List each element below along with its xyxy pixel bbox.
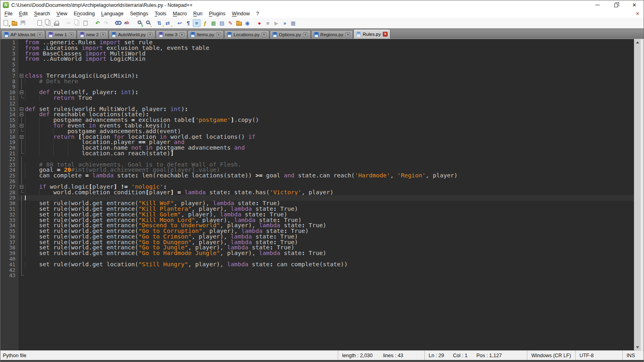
macro-play-button[interactable]: ▶ [272,19,280,27]
fold-margin[interactable] [19,134,25,140]
indent-guide-button[interactable]: ≡ [193,19,200,27]
zoom-in-button[interactable]: + [135,19,142,27]
code-line[interactable]: 7class TerrariaLogic(LogicMixin): [0,73,634,79]
code-text[interactable]: def rule(self, player: int): [25,90,634,95]
fold-collapse-icon[interactable] [20,113,23,116]
fold-margin[interactable] [19,112,25,117]
cut-button[interactable]: ✂ [65,19,72,27]
tab-close-icon[interactable]: ✕ [345,32,350,37]
code-line[interactable]: 41 set_rule(world.get_location("Still Hu… [0,262,634,267]
tab-ap-ideas-txt[interactable]: AP Ideas.txt✕ [1,30,45,39]
code-text[interactable] [25,195,634,201]
code-line[interactable]: 37 set_rule(world.get_entrance("Go to Du… [0,240,634,245]
code-line[interactable]: 10 def rule(self, player: int): [0,90,634,95]
code-text[interactable]: return True [25,95,634,101]
save-button[interactable] [19,19,27,27]
macro-stop-button[interactable]: ■ [264,19,272,27]
show-all-characters-button[interactable]: ¶ [184,19,192,27]
fold-collapse-icon[interactable] [20,135,23,139]
code-line[interactable]: 18 return [location for location in worl… [0,134,634,140]
code-line[interactable]: 32 set_rule(world.get_entrance("Kill Gol… [0,212,634,218]
redo-button[interactable]: ↷ [102,19,110,27]
code-text[interactable]: location.player == player and [25,140,634,145]
tab-close-icon[interactable]: ✕ [101,32,105,37]
fold-margin[interactable] [19,184,25,190]
menu-item-view[interactable]: View [53,10,70,17]
code-text[interactable] [25,267,634,273]
code-line[interactable]: 21 location.can_reach(state)] [0,151,634,156]
macro-record-button[interactable]: ● [256,19,263,27]
code-text[interactable] [25,273,634,278]
restore-button[interactable] [607,0,625,10]
code-text[interactable] [25,156,634,162]
menu-item-macro[interactable]: Macro [169,10,190,17]
undo-button[interactable]: ↶ [94,19,101,27]
tab-close-icon[interactable]: ✕ [216,32,221,37]
code-text[interactable]: set_rule(world.get_entrance("Kill Golem"… [25,212,634,218]
print-button[interactable] [53,19,60,27]
scrollbar-track[interactable] [634,45,641,344]
editor[interactable]: 1from ..generic.Rules import set_rule2fr… [0,39,634,350]
code-text[interactable] [25,256,634,262]
code-line[interactable]: 40 [0,256,634,262]
code-text[interactable] [25,179,634,184]
code-line[interactable]: 27 if world.logic[player] != 'nologic': [0,184,634,190]
fold-collapse-icon[interactable] [20,185,23,189]
code-text[interactable]: location.name not in postgame_advancemen… [25,145,634,151]
code-line[interactable]: 26 [0,179,634,184]
code-text[interactable]: from BaseClasses import MultiWorld [25,51,634,57]
code-text[interactable]: if world.logic[player] != 'nologic': [25,184,634,190]
code-text[interactable]: postgame_advancements.add(event) [25,129,634,134]
menubar-close-document-icon[interactable]: ✕ [632,11,644,16]
word-wrap-button[interactable]: ↩ [176,19,184,27]
tab-items-py[interactable]: Items.py✕ [188,30,224,39]
tab-locations-py[interactable]: Locations.py✕ [224,30,269,39]
code-line[interactable]: 12 [0,101,634,107]
code-text[interactable]: goal = 20#int(world.achievement_goal[pla… [25,167,634,173]
code-line[interactable]: 22 [0,156,634,162]
code-text[interactable]: set_rule(world.get_entrance("Go to Corru… [25,228,634,234]
replace-button[interactable]: ab [123,19,130,27]
find-button[interactable] [114,19,122,27]
fold-margin[interactable] [19,107,25,112]
code-text[interactable]: set_rule(world.get_location("Still Hungr… [25,262,634,267]
code-text[interactable]: from ..generic.Rules import set_rule [25,40,634,45]
code-line[interactable]: 42 [0,267,634,273]
code-text[interactable]: world.completion_condition[player] = lam… [25,190,634,195]
code-text[interactable]: set_rule(world.get_entrance("Descend to … [25,223,634,228]
code-text[interactable] [25,84,634,90]
menu-item-file[interactable]: File [1,10,16,17]
tab-new-2[interactable]: new 2✕ [77,30,108,39]
function-list-button[interactable]: ƒ [201,19,209,27]
menu-item-tools[interactable]: Tools [151,10,169,17]
code-text[interactable] [25,101,634,107]
macro-run-multiple-button[interactable]: » [281,19,289,27]
code-line[interactable]: 1from ..generic.Rules import set_rule [0,40,634,45]
document-list-button[interactable]: ▤ [218,19,226,27]
vertical-scrollbar[interactable] [634,39,641,350]
code-text[interactable]: set_rule(world.get_entrance("Go to Dunge… [25,240,634,245]
code-text[interactable]: set_rule(world.get_entrance("Kill Plante… [25,206,634,212]
folder-as-workspace-button[interactable] [235,19,243,27]
code-line[interactable]: 6 [0,68,634,73]
menu-item-search[interactable]: Search [31,10,54,17]
code-line[interactable]: 19 location.player == player and [0,140,634,145]
fold-margin[interactable] [19,123,25,129]
close-file-button[interactable]: - [36,19,43,27]
code-line[interactable]: 2from .Locations import exclusion_table,… [0,45,634,51]
code-line[interactable]: 29 [0,195,634,201]
close-button[interactable]: ✕ [625,0,644,10]
code-text[interactable]: can_complete = lambda state: len(reachab… [25,173,634,179]
minimize-button[interactable] [588,0,607,10]
code-text[interactable]: from ..AutoWorld import LogicMixin [25,56,634,62]
copy-button[interactable] [73,19,81,27]
tab-new-1[interactable]: new 1✕ [45,30,77,39]
code-text[interactable]: set_rule(world.get_entrance("Kill WoF", … [25,201,634,206]
code-text[interactable]: def set_rules(world: MultiWorld, player:… [25,107,634,112]
code-line[interactable]: 34 set_rule(world.get_entrance("Descend … [0,223,634,228]
code-line[interactable]: 20 location.name not in postgame_advance… [0,145,634,151]
code-text[interactable]: class TerrariaLogic(LogicMixin): [25,73,634,79]
code-line[interactable]: 16 for event in events_table.keys(): [0,123,634,129]
code-line[interactable]: 9 [0,84,634,90]
code-text[interactable]: # 88 total achievements. Goal is to defe… [25,162,634,168]
